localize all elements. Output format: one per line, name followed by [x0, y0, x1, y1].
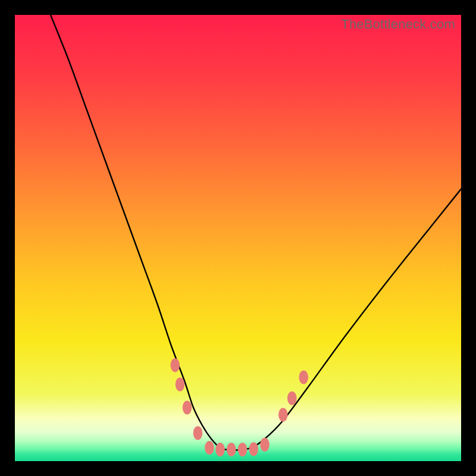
- plot-area: TheBottleneck.com: [15, 15, 461, 461]
- curve-marker: [183, 401, 192, 415]
- curve-marker: [205, 441, 214, 455]
- markers-group: [170, 358, 308, 456]
- curve-marker: [238, 443, 248, 456]
- curve-marker: [299, 371, 308, 384]
- curve-marker: [278, 408, 288, 422]
- curve-layer: [15, 15, 461, 461]
- curve-marker: [260, 438, 270, 452]
- curve-marker: [287, 392, 297, 405]
- curve-marker: [249, 442, 258, 456]
- curve-marker: [227, 443, 236, 456]
- curve-marker: [215, 443, 225, 456]
- watermark-text: TheBottleneck.com: [341, 17, 455, 32]
- curve-marker: [193, 426, 203, 440]
- chart-frame: TheBottleneck.com: [0, 0, 476, 476]
- bottleneck-curve: [51, 15, 461, 450]
- curve-marker: [176, 378, 185, 392]
- curve-marker: [170, 358, 180, 372]
